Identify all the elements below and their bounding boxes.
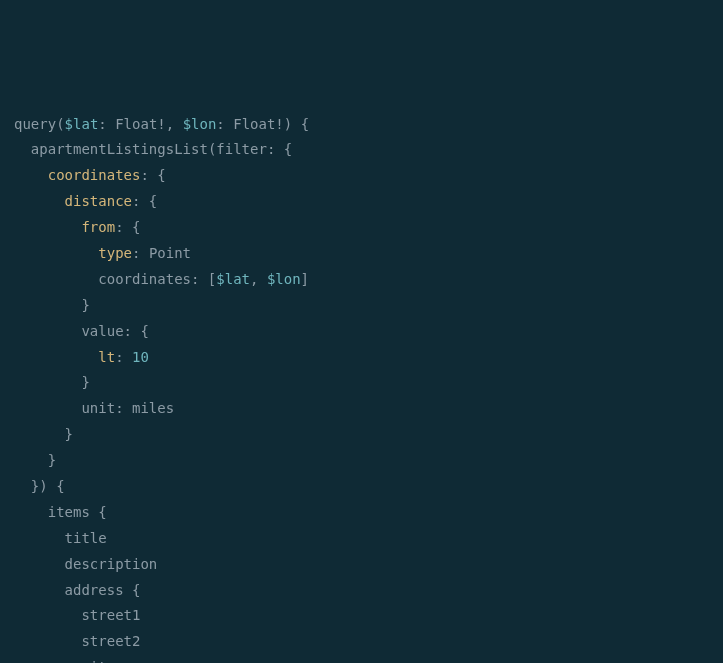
keyword-unit: unit — [81, 400, 115, 416]
keyword-from: from — [81, 219, 115, 235]
field-description: description — [65, 556, 158, 572]
var-lat-inner: $lat — [216, 271, 250, 287]
keyword-coordinates: coordinates — [48, 167, 141, 183]
keyword-filter: filter — [216, 141, 267, 157]
keyword-items: items — [48, 504, 90, 520]
field-street1: street1 — [81, 607, 140, 623]
variable-lat: $lat — [65, 116, 99, 132]
code-block: query($lat: Float!, $lon: Float!) { apar… — [14, 116, 309, 663]
keyword-query: query — [14, 116, 56, 132]
keyword-value: value — [81, 323, 123, 339]
value-point: Point — [149, 245, 191, 261]
number-10: 10 — [132, 349, 149, 365]
keyword-type: type — [98, 245, 132, 261]
field-street2: street2 — [81, 633, 140, 649]
keyword-distance: distance — [65, 193, 132, 209]
value-miles: miles — [132, 400, 174, 416]
function-name: apartmentListingsList — [31, 141, 208, 157]
field-city: city — [81, 659, 115, 663]
field-title: title — [65, 530, 107, 546]
keyword-coords-inner: coordinates — [98, 271, 191, 287]
field-address: address — [65, 582, 124, 598]
variable-lon: $lon — [183, 116, 217, 132]
keyword-lt: lt — [98, 349, 115, 365]
type-float-2: Float — [233, 116, 275, 132]
type-float-1: Float — [115, 116, 157, 132]
var-lon-inner: $lon — [267, 271, 301, 287]
